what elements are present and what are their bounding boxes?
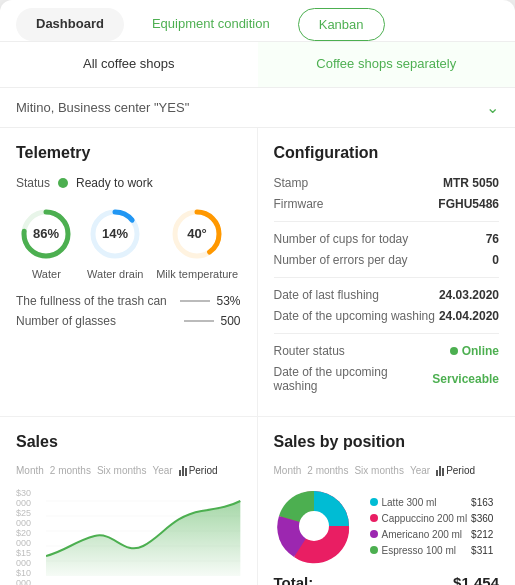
top-nav: Dashboard Equipment condition Kanban (0, 0, 515, 42)
gauge-milk-label: Milk temperature (156, 268, 238, 280)
config-errors-label: Number of errors per day (274, 253, 408, 267)
period-icon[interactable]: Period (179, 465, 218, 476)
status-row: Status Ready to work (16, 176, 241, 190)
pos-period-6months[interactable]: Six months (354, 465, 403, 476)
pos-period-label: Period (446, 465, 475, 476)
period-label: Period (189, 465, 218, 476)
gauge-drain-svg: 14% (87, 206, 143, 262)
sales-pos-period-tabs: Month 2 months Six months Year Period (274, 465, 500, 476)
legend-latte-name: Latte 300 ml (382, 497, 468, 508)
legend-dot-americano (370, 530, 378, 538)
main-card: Dashboard Equipment condition Kanban All… (0, 0, 515, 585)
location-bar[interactable]: Mitino, Business center "YES" ⌄ (0, 88, 515, 128)
config-errors-value: 0 (492, 253, 499, 267)
period-bar-icon (179, 466, 187, 476)
nav-kanban[interactable]: Kanban (298, 8, 385, 41)
config-cups: Number of cups for today 76 (274, 232, 500, 246)
config-upcoming-wash-value: 24.04.2020 (439, 309, 499, 323)
legend-latte-price: $163 (471, 497, 493, 508)
pie-chart-area: Latte 300 ml $163 Cappuccino 200 ml $360… (274, 486, 500, 566)
telemetry-section: Telemetry Status Ready to work 86% Water (0, 128, 258, 417)
gauge-water-svg: 86% (18, 206, 74, 262)
config-serviceable-value: Serviceable (432, 372, 499, 386)
metric-glasses-label: Number of glasses (16, 314, 116, 328)
online-dot (450, 347, 458, 355)
sales-title: Sales (16, 433, 241, 451)
gauge-milk-temp: 40° Milk temperature (156, 206, 238, 280)
legend-latte: Latte 300 ml $163 (370, 497, 494, 508)
pos-period-icon[interactable]: Period (436, 465, 475, 476)
svg-text:14%: 14% (102, 226, 128, 241)
legend-americano-price: $212 (471, 529, 493, 540)
sales-pos-total-row: Total: $1 454 (274, 574, 500, 585)
sales-pos-title: Sales by position (274, 433, 500, 451)
legend-espresso-price: $311 (471, 545, 493, 556)
legend-espresso: Espresso 100 ml $311 (370, 545, 494, 556)
nav-dashboard[interactable]: Dashboard (16, 8, 124, 41)
divider-2 (274, 277, 500, 278)
metric-glasses: Number of glasses 500 (16, 314, 241, 328)
shop-tabs: All coffee shops Coffee shops separately (0, 42, 515, 88)
legend-americano: Americano 200 ml $212 (370, 529, 494, 540)
legend-dot-latte (370, 498, 378, 506)
sales-pos-total-value: $1 454 (453, 574, 499, 585)
chevron-down-icon: ⌄ (486, 98, 499, 117)
config-router-status: Router status Online (274, 344, 500, 358)
location-text: Mitino, Business center "YES" (16, 100, 189, 115)
config-cups-value: 76 (486, 232, 499, 246)
config-firmware-label: Firmware (274, 197, 324, 211)
config-firmware: Firmware FGHU5486 (274, 197, 500, 211)
config-upcoming-wash: Date of the upcoming washing 24.04.2020 (274, 309, 500, 323)
period-year[interactable]: Year (152, 465, 172, 476)
divider-1 (274, 221, 500, 222)
config-firmware-value: FGHU5486 (438, 197, 499, 211)
metric-glasses-line (184, 320, 214, 322)
config-errors: Number of errors per day 0 (274, 253, 500, 267)
gauge-water-label: Water (32, 268, 61, 280)
gauge-water: 86% Water (18, 206, 74, 280)
gauge-drain-label: Water drain (87, 268, 143, 280)
pos-period-2months[interactable]: 2 months (307, 465, 348, 476)
metric-trash-line (180, 300, 210, 302)
bar2 (182, 466, 184, 476)
legend-cappuccino-price: $360 (471, 513, 493, 524)
pos-bar1 (436, 470, 438, 476)
pos-period-bar-icon (436, 466, 444, 476)
legend-americano-name: Americano 200 ml (382, 529, 468, 540)
config-router-label: Router status (274, 344, 345, 358)
bar1 (179, 470, 181, 476)
legend-dot-cappuccino (370, 514, 378, 522)
gauge-milk-svg: 40° (169, 206, 225, 262)
status-label: Status (16, 176, 50, 190)
pie-legend: Latte 300 ml $163 Cappuccino 200 ml $360… (370, 497, 494, 556)
config-last-flush: Date of last flushing 24.03.2020 (274, 288, 500, 302)
tab-all-coffee-shops[interactable]: All coffee shops (0, 42, 258, 87)
status-value: Ready to work (76, 176, 153, 190)
bar3 (185, 468, 187, 476)
config-router-value: Online (450, 344, 499, 358)
period-6months[interactable]: Six months (97, 465, 146, 476)
sales-section: Sales Month 2 months Six months Year Per… (0, 417, 258, 585)
sales-chart (46, 486, 240, 576)
pos-period-month[interactable]: Month (274, 465, 302, 476)
telemetry-title: Telemetry (16, 144, 241, 162)
main-content: Telemetry Status Ready to work 86% Water (0, 128, 515, 585)
sales-pos-total-label: Total: (274, 574, 314, 585)
gauges-container: 86% Water 14% Water drain (16, 206, 241, 280)
period-month[interactable]: Month (16, 465, 44, 476)
metric-trash-value: 53% (216, 294, 240, 308)
gauge-water-drain: 14% Water drain (87, 206, 143, 280)
svg-text:40°: 40° (187, 226, 207, 241)
period-2months[interactable]: 2 months (50, 465, 91, 476)
metric-glasses-value: 500 (220, 314, 240, 328)
configuration-section: Configuration Stamp MTR 5050 Firmware FG… (258, 128, 516, 417)
pos-bar3 (442, 468, 444, 476)
config-last-flush-label: Date of last flushing (274, 288, 379, 302)
sales-chart-svg (46, 486, 240, 576)
tab-coffee-shops-separately[interactable]: Coffee shops separately (258, 42, 516, 87)
metric-trash-bar: 53% (180, 294, 240, 308)
nav-equipment[interactable]: Equipment condition (132, 8, 290, 41)
pos-period-year[interactable]: Year (410, 465, 430, 476)
config-stamp-label: Stamp (274, 176, 309, 190)
sales-y-labels: $30 000 $25 000 $20 000 $15 000 $10 000 … (16, 486, 44, 576)
